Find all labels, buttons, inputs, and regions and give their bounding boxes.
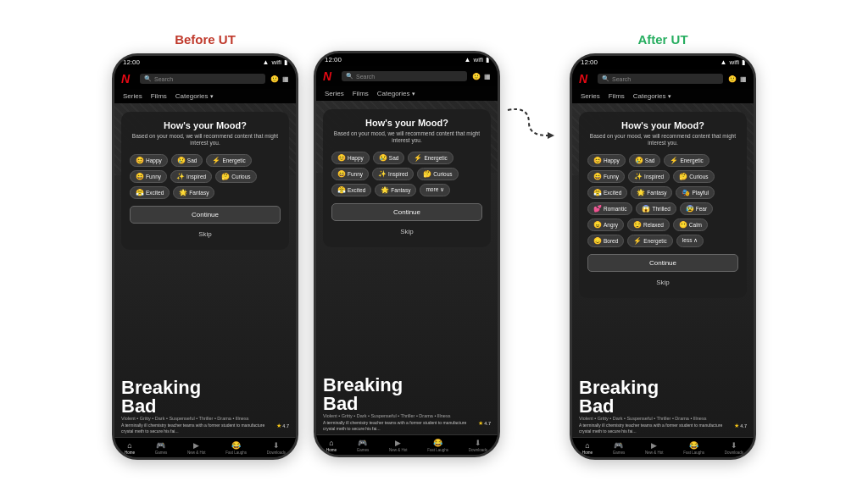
chip-calm-after[interactable]: 😶Calm bbox=[673, 218, 708, 231]
netflix-logo-after: N bbox=[579, 72, 593, 86]
nav-games-after[interactable]: 🎮 Games bbox=[613, 441, 626, 455]
screen-after: 12:00 ▲ wifi ▮ N 🔍 Search 🙂 ▦ bbox=[572, 56, 754, 457]
chip-curious-after[interactable]: 🤔Curious bbox=[673, 170, 714, 183]
search-placeholder-after: Search bbox=[612, 76, 631, 82]
nav-new-middle[interactable]: ▶ New & Hot bbox=[389, 439, 408, 452]
nav-films-after[interactable]: Films bbox=[609, 92, 625, 100]
chip-relaxed-after[interactable]: 😌Relaxed bbox=[627, 218, 670, 231]
nav-home-before[interactable]: ⌂ Home bbox=[125, 441, 135, 455]
netflix-header-middle: N 🔍 Search 🙂 ▦ bbox=[316, 66, 498, 86]
chip-excited-before[interactable]: 😤Excited bbox=[130, 186, 170, 199]
nav-games-before[interactable]: 🎮 Games bbox=[155, 441, 168, 455]
signal-icon-a: ▲ bbox=[721, 58, 727, 66]
chip-sad-after[interactable]: 😢Sad bbox=[629, 154, 661, 167]
skip-btn-after[interactable]: Skip bbox=[587, 275, 738, 290]
bg-content-before: How's your Mood? Based on your mood, we … bbox=[114, 103, 296, 437]
chip-less-after[interactable]: less ∧ bbox=[676, 235, 704, 247]
nav-films-before[interactable]: Films bbox=[151, 92, 167, 100]
nav-new-before[interactable]: ▶ New & Hot bbox=[187, 441, 206, 455]
phone-middle: 12:00 ▲ wifi ▮ N 🔍 Search 🙂 ▦ bbox=[314, 51, 500, 457]
chip-bored-after[interactable]: 😞Bored bbox=[587, 235, 624, 247]
nav-games-middle[interactable]: 🎮 Games bbox=[357, 439, 370, 452]
games-icon-before: 🎮 bbox=[156, 441, 165, 450]
chip-angry-after[interactable]: 😠Angry bbox=[587, 218, 624, 231]
chip-funny-after[interactable]: 😄Funny bbox=[587, 170, 625, 183]
chip-energetic-middle[interactable]: ⚡Energetic bbox=[408, 152, 453, 164]
movie-tags-middle: Violent • Gritty • Dark • Suspenseful • … bbox=[323, 413, 491, 418]
skip-btn-before[interactable]: Skip bbox=[130, 227, 281, 241]
nav-home-after[interactable]: ⌂ Home bbox=[582, 441, 593, 455]
chip-playful-after[interactable]: 🎭Playful bbox=[676, 186, 715, 199]
downloads-icon-before: ⬇ bbox=[273, 441, 280, 450]
nav-home-middle[interactable]: ⌂ Home bbox=[326, 439, 337, 452]
nav-laughs-before[interactable]: 😂 Fast Laughs bbox=[225, 441, 247, 455]
chip-inspired-before[interactable]: ✨Inspired bbox=[170, 170, 212, 183]
chip-romantic-after[interactable]: 💕Romantic bbox=[587, 202, 632, 215]
chip-happy-middle[interactable]: 😊Happy bbox=[331, 152, 370, 164]
search-bar-after[interactable]: 🔍 Search bbox=[598, 74, 723, 84]
chip-energetic2-after[interactable]: ⚡Energetic bbox=[627, 235, 672, 247]
rating-middle: ★ 4.7 bbox=[478, 420, 491, 427]
nav-categories-before[interactable]: Categories ▾ bbox=[175, 92, 214, 100]
nav-downloads-after[interactable]: ⬇ Downloads bbox=[725, 441, 743, 455]
chip-sad-middle[interactable]: 😢Sad bbox=[373, 152, 405, 164]
battery-icon: ▮ bbox=[284, 58, 287, 66]
below-content-middle: BreakingBad Violent • Gritty • Dark • Su… bbox=[316, 373, 498, 434]
screen-middle: 12:00 ▲ wifi ▮ N 🔍 Search 🙂 ▦ bbox=[316, 53, 498, 455]
nav-laughs-after[interactable]: 😂 Fast Laughs bbox=[683, 441, 704, 455]
smiley-icon-middle: 🙂 bbox=[472, 73, 481, 80]
chip-inspired-after[interactable]: ✨Inspired bbox=[628, 170, 670, 183]
continue-btn-after[interactable]: Continue bbox=[587, 254, 738, 272]
downloads-icon-middle: ⬇ bbox=[475, 439, 481, 447]
chip-funny-middle[interactable]: 😄Funny bbox=[331, 168, 369, 180]
search-bar-middle[interactable]: 🔍 Search bbox=[342, 71, 467, 81]
nav-downloads-middle[interactable]: ⬇ Downloads bbox=[469, 439, 487, 452]
chip-curious-middle[interactable]: 🤔Curious bbox=[417, 168, 458, 180]
status-bar-middle: 12:00 ▲ wifi ▮ bbox=[316, 53, 498, 66]
nav-categories-middle[interactable]: Categories ▾ bbox=[377, 90, 415, 97]
bg-content-middle: How's your Mood? Based on your mood, we … bbox=[316, 101, 498, 434]
chip-excited-after[interactable]: 😤Excited bbox=[587, 186, 627, 199]
chip-fantasy-before[interactable]: 🌟Fantasy bbox=[173, 186, 214, 199]
nav-new-after[interactable]: ▶ New & Hot bbox=[645, 441, 664, 455]
laughs-icon-after: 😂 bbox=[689, 441, 698, 450]
chip-fantasy-after[interactable]: 🌟Fantasy bbox=[631, 186, 672, 199]
chip-thrilled-after[interactable]: 😱Thrilled bbox=[636, 202, 676, 215]
movie-tags-after: Violent • Gritty • Dark • Suspenseful • … bbox=[579, 416, 747, 421]
nav-series-middle[interactable]: Series bbox=[325, 90, 344, 97]
chip-happy-after[interactable]: 😊Happy bbox=[587, 154, 626, 167]
search-bar-before[interactable]: 🔍 Search bbox=[140, 74, 265, 84]
continue-btn-middle[interactable]: Continue bbox=[331, 203, 482, 221]
chip-happy-before[interactable]: 😊Happy bbox=[130, 154, 168, 167]
chip-fantasy-middle[interactable]: 🌟Fantasy bbox=[375, 184, 416, 196]
movie-row-after: A terminally ill chemistry teacher teams… bbox=[579, 423, 747, 434]
laughs-icon-middle: 😂 bbox=[433, 439, 442, 447]
chip-more-middle[interactable]: more ∨ bbox=[420, 184, 450, 196]
new-icon-before: ▶ bbox=[193, 441, 199, 450]
chip-energetic-after[interactable]: ⚡Energetic bbox=[664, 154, 709, 167]
nav-films-middle[interactable]: Films bbox=[353, 90, 369, 97]
below-content-after: BreakingBad Violent • Gritty • Dark • Su… bbox=[572, 375, 754, 437]
continue-btn-before[interactable]: Continue bbox=[130, 206, 281, 224]
chip-energetic-before[interactable]: ⚡Energetic bbox=[206, 154, 251, 167]
arrow-area bbox=[504, 51, 554, 144]
mood-subtitle-before: Based on your mood, we will recommend co… bbox=[130, 133, 281, 147]
nav-categories-after[interactable]: Categories ▾ bbox=[633, 92, 671, 100]
chip-funny-before[interactable]: 😄Funny bbox=[130, 170, 167, 183]
chip-excited-middle[interactable]: 😤Excited bbox=[331, 184, 371, 196]
chip-inspired-middle[interactable]: ✨Inspired bbox=[372, 168, 414, 180]
nav-series-after[interactable]: Series bbox=[581, 92, 600, 100]
rating-before: ★ 4.7 bbox=[276, 423, 289, 429]
chip-fear-after[interactable]: 😰Fear bbox=[680, 202, 713, 215]
netflix-logo-before: N bbox=[121, 72, 135, 86]
chip-curious-before[interactable]: 🤔Curious bbox=[215, 170, 256, 183]
chip-sad-before[interactable]: 😢Sad bbox=[171, 154, 203, 167]
home-icon-before: ⌂ bbox=[127, 441, 131, 450]
laughs-icon-before: 😂 bbox=[231, 441, 241, 450]
nav-series-before[interactable]: Series bbox=[123, 92, 142, 100]
nav-downloads-before[interactable]: ⬇ Downloads bbox=[267, 441, 286, 455]
games-icon-after: 🎮 bbox=[614, 441, 623, 450]
status-icons-middle: ▲ wifi ▮ bbox=[465, 56, 489, 64]
skip-btn-middle[interactable]: Skip bbox=[331, 224, 482, 239]
nav-laughs-middle[interactable]: 😂 Fast Laughs bbox=[427, 439, 448, 452]
